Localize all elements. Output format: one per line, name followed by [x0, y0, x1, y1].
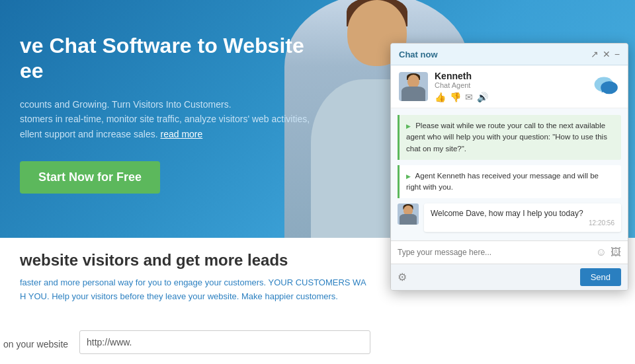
hero-title: ve Chat Software to Website ee [20, 33, 351, 84]
agent-small-avatar [398, 203, 419, 225]
welcome-message-container: Welcome Dave, how may I help you today? … [398, 203, 621, 232]
chat-header-controls: ↗ ✕ − [591, 49, 620, 59]
gear-icon[interactable]: ⚙ [398, 271, 407, 283]
chat-footer: ⚙ Send [391, 264, 628, 290]
hero-content: ve Chat Software to Website ee ccounts a… [0, 20, 370, 207]
svg-point-1 [601, 81, 618, 94]
close-icon[interactable]: ✕ [603, 49, 611, 59]
bottom-text: faster and more personal way for you to … [20, 276, 390, 304]
agent-actions: 👍 👎 ✉ 🔊 [435, 92, 593, 102]
chat-input-area: ☺ 🖼 [391, 240, 628, 264]
agent-name: Kenneth [435, 71, 593, 81]
chat-message-input[interactable] [398, 248, 592, 257]
chat-bubble-icon [593, 75, 620, 98]
thumbdown-icon[interactable]: 👎 [450, 92, 461, 102]
minimize-icon[interactable]: − [614, 49, 620, 59]
system-message: Please wait while we route your call to … [398, 115, 621, 160]
hero-subtitle: ccounts and Growing. Turn Visitors Into … [20, 97, 351, 141]
chat-header-title: Chat now [399, 50, 438, 59]
agent-bar: Kenneth Chat Agent 👍 👎 ✉ 🔊 [391, 65, 628, 108]
emoji-icon[interactable]: ☺ [596, 246, 607, 258]
image-icon[interactable]: 🖼 [611, 246, 621, 258]
welcome-message-text: Welcome Dave, how may I help you today? [431, 209, 614, 218]
welcome-message: Welcome Dave, how may I help you today? … [424, 203, 621, 232]
chat-messages: Please wait while we route your call to … [391, 108, 628, 240]
chat-widget: Chat now ↗ ✕ − Kenneth Chat Agent 👍 👎 ✉ … [390, 43, 628, 291]
chat-header: Chat now ↗ ✕ − [391, 44, 628, 65]
agent-info: Kenneth Chat Agent 👍 👎 ✉ 🔊 [435, 71, 593, 102]
thumbup-icon[interactable]: 👍 [435, 92, 446, 102]
agent-avatar [399, 72, 428, 101]
cta-button[interactable]: Start Now for Free [20, 161, 160, 194]
read-more-link[interactable]: read more [160, 129, 202, 139]
chat-input-icons: ☺ 🖼 [596, 246, 621, 258]
on-website-label: on your website [3, 339, 68, 349]
url-input-bar[interactable]: http://www. [79, 330, 370, 354]
email-icon[interactable]: ✉ [465, 92, 473, 102]
agent-received-message: Agent Kenneth has received your message … [398, 165, 621, 199]
send-button[interactable]: Send [580, 268, 621, 286]
sound-icon[interactable]: 🔊 [477, 92, 488, 102]
expand-icon[interactable]: ↗ [591, 49, 599, 59]
welcome-message-time: 12:20:56 [431, 219, 614, 227]
agent-role: Chat Agent [435, 81, 593, 89]
